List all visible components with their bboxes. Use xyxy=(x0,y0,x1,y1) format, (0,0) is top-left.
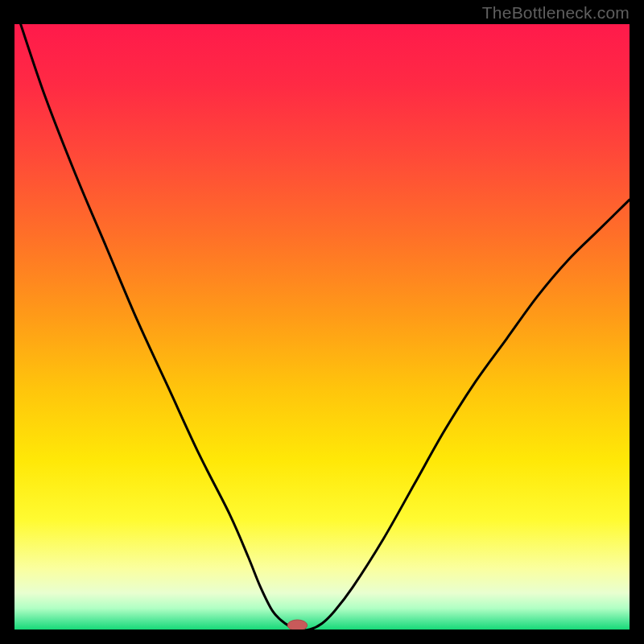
watermark-text: TheBottleneck.com xyxy=(482,3,630,23)
gradient-background xyxy=(14,24,630,630)
chart-frame: TheBottleneck.com xyxy=(0,0,644,644)
optimal-point-marker xyxy=(287,620,307,630)
bottleneck-chart-svg xyxy=(14,24,630,630)
plot-area xyxy=(14,24,630,630)
